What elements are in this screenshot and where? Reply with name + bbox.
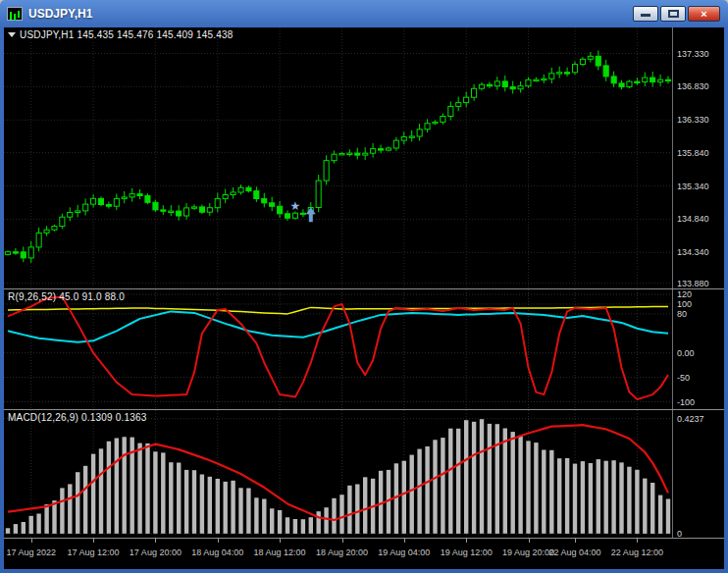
candlestick-canvas[interactable]: ★ [4, 27, 672, 288]
macd-pane[interactable]: MACD(12,26,9) 0.1309 0.1363 0.42370 [4, 410, 724, 538]
minimize-button[interactable] [633, 6, 658, 22]
time-label: 18 Aug 12:00 [254, 547, 306, 557]
price-plot[interactable]: ★ USDJPY,H1 145.435 145.476 145.409 145.… [4, 27, 672, 288]
macd-plot[interactable]: MACD(12,26,9) 0.1309 0.1363 [4, 410, 672, 538]
scale-label: 136.830 [677, 81, 709, 91]
scale-label: 137.330 [677, 49, 709, 59]
oscillator-label: R(9,26,52) 45.0 91.0 88.0 [8, 291, 125, 302]
time-label: 17 Aug 20:00 [130, 547, 182, 557]
minimize-icon [641, 14, 650, 17]
chart-icon [7, 7, 23, 21]
time-tick [280, 539, 281, 543]
scale-label: 0.00 [677, 348, 695, 358]
maximize-button[interactable] [660, 6, 686, 22]
maximize-icon [668, 10, 679, 18]
oscillator-pane[interactable]: R(9,26,52) 45.0 91.0 88.0 120100800.00-5… [4, 289, 724, 409]
scale-label: 135.840 [677, 148, 709, 158]
time-axis[interactable]: 17 Aug 202217 Aug 12:0017 Aug 20:0018 Au… [4, 539, 724, 569]
macd-label: MACD(12,26,9) 0.1309 0.1363 [8, 412, 147, 423]
time-label: 18 Aug 20:00 [316, 547, 368, 557]
scale-label: -50 [677, 373, 690, 383]
close-icon: × [701, 8, 706, 20]
time-label: 19 Aug 12:00 [441, 547, 493, 557]
symbol-ohlc-label: USDJPY,H1 145.435 145.476 145.409 145.43… [8, 29, 234, 40]
oscillator-canvas[interactable] [4, 289, 672, 409]
macd-text: MACD(12,26,9) 0.1309 0.1363 [8, 412, 147, 423]
time-tick [466, 539, 467, 543]
time-label: 22 Aug 04:00 [548, 547, 600, 557]
scale-label: 80 [677, 309, 687, 319]
window-controls: × [633, 6, 721, 22]
scale-label: 133.880 [677, 279, 709, 288]
macd-scale[interactable]: 0.42370 [672, 410, 724, 538]
chart-area: ★ USDJPY,H1 145.435 145.476 145.409 145.… [4, 27, 724, 569]
dropdown-arrow-icon[interactable] [8, 32, 16, 37]
title-bar[interactable]: USDJPY,H1 × [4, 0, 724, 27]
scale-label: 136.330 [677, 115, 709, 125]
oscillator-plot[interactable]: R(9,26,52) 45.0 91.0 88.0 [4, 289, 672, 409]
time-label: 18 Aug 04:00 [191, 547, 243, 557]
buy-arrow-icon [306, 207, 316, 222]
window-title: USDJPY,H1 [28, 7, 92, 21]
time-tick [637, 539, 638, 543]
time-label: 19 Aug 20:00 [502, 547, 554, 557]
macd-canvas[interactable] [4, 410, 672, 538]
time-tick [529, 539, 530, 543]
time-tick [342, 539, 343, 543]
time-tick [93, 539, 94, 543]
price-scale[interactable]: 137.330136.830136.330135.840135.340134.8… [672, 27, 724, 288]
time-label: 17 Aug 12:00 [68, 547, 120, 557]
scale-label: -100 [677, 397, 695, 407]
scale-label: 0 [677, 529, 682, 539]
scale-label: 134.340 [677, 247, 709, 257]
line-cyan [8, 311, 668, 341]
close-button[interactable]: × [688, 6, 720, 22]
time-label: 17 Aug 2022 [6, 547, 56, 557]
time-label: 22 Aug 12:00 [611, 547, 663, 557]
app-window: USDJPY,H1 × ★ USDJPY,H1 145.435 145.476 … [0, 0, 728, 573]
oscillator-scale[interactable]: 120100800.00-50-100 [672, 289, 724, 409]
scale-label: 135.340 [677, 182, 709, 191]
time-tick [218, 539, 219, 543]
scale-label: 100 [677, 299, 692, 309]
ohlc-text: USDJPY,H1 145.435 145.476 145.409 145.43… [20, 29, 234, 40]
oscillator-text: R(9,26,52) 45.0 91.0 88.0 [8, 291, 125, 302]
price-pane[interactable]: ★ USDJPY,H1 145.435 145.476 145.409 145.… [4, 27, 724, 288]
time-tick [575, 539, 576, 543]
scale-label: 134.840 [677, 214, 709, 224]
scale-label: 0.4237 [677, 414, 704, 424]
time-tick [404, 539, 405, 543]
time-label: 19 Aug 04:00 [378, 547, 430, 557]
time-tick [155, 539, 156, 543]
time-tick [31, 539, 32, 543]
scale-label: 120 [677, 289, 692, 299]
line-red [8, 297, 668, 400]
star-icon: ★ [290, 199, 301, 213]
